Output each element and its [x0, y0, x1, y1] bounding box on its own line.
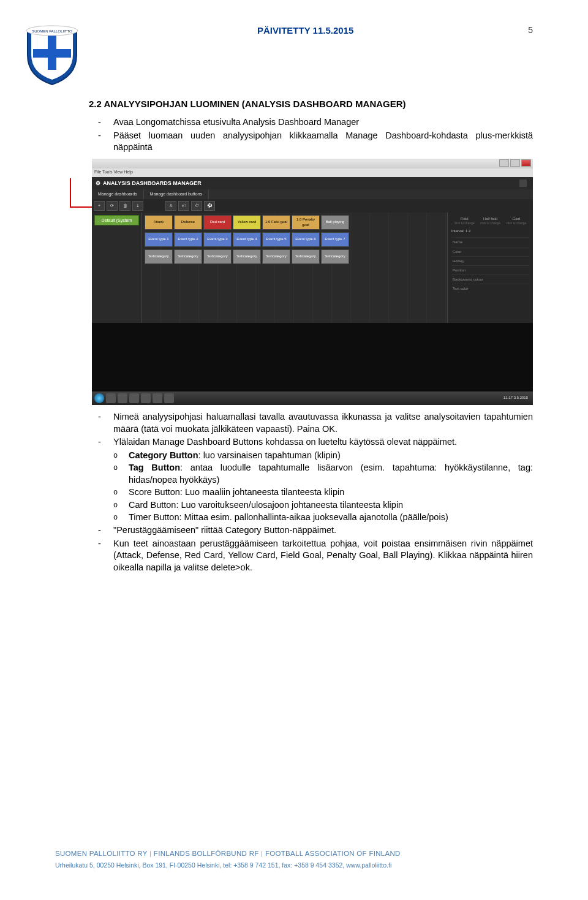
taskbar-clock[interactable]: 11:17 3.5.2015	[503, 395, 530, 400]
prop-item[interactable]: Name	[451, 237, 529, 246]
list-item: Nimeä analyysipohjasi haluamallasi taval…	[113, 411, 533, 435]
tool-button[interactable]: 🗑	[119, 201, 130, 211]
subcat-button[interactable]: Subcategory	[145, 249, 173, 264]
list-item: Timer Button: Mittaa esim. pallonhallint…	[129, 512, 533, 524]
subcat-button[interactable]: Subcategory	[292, 249, 320, 264]
prop-item[interactable]: Position	[451, 265, 529, 274]
close-icon[interactable]	[521, 159, 531, 167]
footer-org: SUOMEN PALLOLIITTO RY | FINLANDS BOLLFÖR…	[55, 849, 533, 859]
footer-contact: Urheilukatu 5, 00250 Helsinki, Box 191, …	[55, 861, 533, 869]
logo-text: SUOMEN PALLOLIITTO	[32, 29, 72, 33]
section-title: 2.2 ANALYYSIPOHJAN LUOMINEN (ANALYSIS DA…	[89, 98, 533, 110]
subcat-button[interactable]: Subcategory	[233, 249, 261, 264]
menu-bar[interactable]: File Tools View Help	[92, 168, 533, 177]
desktop-area: 11:17 3.5.2015	[92, 323, 533, 405]
tab-manage-buttons[interactable]: Manage dashboard buttons	[144, 189, 209, 199]
list-item: "Perustäggäämiseen" riittää Category But…	[113, 524, 533, 537]
panel-close-icon[interactable]	[519, 180, 527, 187]
sub-bullets: Category Button: luo varsinaisen tapahtu…	[129, 450, 533, 524]
adm-title-text: ANALYSIS DASHBOARDS MANAGER	[103, 180, 202, 187]
add-button[interactable]: +	[94, 201, 105, 211]
maximize-icon[interactable]	[510, 159, 520, 167]
page-header: SUOMEN PALLOLIITTO PÄIVITETTY 11.5.2015 …	[86, 25, 533, 98]
event-button[interactable]: Event type 2	[174, 232, 202, 247]
tab-manage-dashboards[interactable]: Manage dashboards	[92, 189, 144, 199]
event-button[interactable]: Event type 6	[292, 232, 320, 247]
tool-button[interactable]: ⤓	[132, 201, 143, 211]
subcat-button[interactable]: Subcategory	[174, 249, 202, 264]
event-button[interactable]: Defense	[174, 215, 202, 230]
dashboard-board: Default (System Attack Defense Red card …	[92, 213, 533, 323]
event-button[interactable]: 1:0 Penalty goal	[292, 215, 320, 230]
event-button[interactable]: Event type 4	[233, 232, 261, 247]
list-item: Score Button: Luo maaliin johtaneesta ti…	[129, 486, 533, 499]
subcat-button[interactable]: Subcategory	[262, 249, 290, 264]
prop-item[interactable]: Hotkey	[451, 256, 529, 265]
document-page: SUOMEN PALLOLIITTO PÄIVITETTY 11.5.2015 …	[0, 0, 588, 900]
list-item: Pääset luomaan uuden analyysipohjan klik…	[113, 130, 533, 154]
prop-label: Field	[454, 216, 475, 221]
tool-button[interactable]: A	[165, 201, 176, 211]
tool-button[interactable]: ⚽	[204, 201, 215, 211]
event-button[interactable]: Red card	[203, 215, 232, 230]
taskbar-icon[interactable]	[106, 393, 116, 403]
adm-title: ⚙ ANALYSIS DASHBOARDS MANAGER	[92, 177, 533, 189]
list-item: Kun teet ainoastaan perustäggäämiseen ta…	[113, 538, 533, 574]
event-button[interactable]: Attack	[145, 215, 173, 230]
page-number: 5	[528, 25, 533, 36]
taskbar: 11:17 3.5.2015	[92, 391, 533, 405]
event-button[interactable]: Event type 7	[321, 232, 349, 247]
event-button[interactable]: Event type 3	[203, 232, 232, 247]
window-titlebar	[92, 159, 533, 168]
svg-rect-1	[33, 49, 71, 58]
default-dashboard-button[interactable]: Default (System	[94, 215, 139, 225]
bottom-bullets: Nimeä analyysipohjasi haluamallasi taval…	[113, 411, 533, 573]
shield-icon: SUOMEN PALLOLIITTO	[24, 25, 80, 86]
taskbar-icon[interactable]	[129, 393, 139, 403]
interval-label: Interval: 1.2	[451, 229, 470, 233]
subcat-button[interactable]: Subcategory	[203, 249, 232, 264]
toolbar: + ⟳ 🗑 ⤓ A 🏷 ⏱ ⚽	[92, 199, 533, 213]
page-footer: SUOMEN PALLOLIITTO RY | FINLANDS BOLLFÖR…	[55, 849, 533, 869]
list-item: Card Button: Luo varoitukseen/ulosajoon …	[129, 499, 533, 512]
gear-icon: ⚙	[96, 180, 100, 187]
event-button[interactable]: Event type 1	[145, 232, 173, 247]
doc-date: PÄIVITETTY 11.5.2015	[257, 25, 353, 37]
taskbar-icon[interactable]	[164, 393, 174, 403]
top-bullets: Avaa Longomatchissa etusivulta Analysis …	[113, 116, 533, 154]
screenshot-figure: File Tools View Help ⚙ ANALYSIS DASHBOAR…	[74, 159, 533, 404]
prop-item[interactable]: Text color	[451, 284, 529, 293]
prop-label: Half field	[480, 216, 500, 221]
taskbar-icon[interactable]	[141, 393, 151, 403]
subcat-button[interactable]: Subcategory	[321, 249, 349, 264]
prop-item[interactable]: Background colour	[451, 274, 529, 284]
list-item: Avaa Longomatchissa etusivulta Analysis …	[113, 116, 533, 129]
event-button[interactable]: 1:0 Field goal	[262, 215, 290, 230]
tool-button[interactable]: 🏷	[178, 201, 189, 211]
org-logo: SUOMEN PALLOLIITTO	[24, 25, 80, 89]
list-item: Tag Button: antaa luodulle tapahtumalle …	[129, 462, 533, 486]
event-button[interactable]: Event type 5	[262, 232, 290, 247]
event-button[interactable]: Yellow card	[233, 215, 261, 230]
taskbar-icon[interactable]	[118, 393, 127, 403]
list-item: Ylälaidan Manage Dashboard Buttons kohda…	[113, 436, 533, 448]
button-grid: Attack Defense Red card Yellow card 1:0 …	[142, 213, 447, 323]
prop-item[interactable]: Color	[451, 247, 529, 256]
app-screenshot: File Tools View Help ⚙ ANALYSIS DASHBOAR…	[92, 159, 533, 404]
tool-button[interactable]: ⏱	[191, 201, 202, 211]
prop-label: Goal	[506, 216, 526, 221]
minimize-icon[interactable]	[499, 159, 509, 167]
adm-tabs: Manage dashboards Manage dashboard butto…	[92, 189, 533, 199]
taskbar-icon[interactable]	[153, 393, 162, 403]
start-icon[interactable]	[94, 393, 104, 403]
dashboard-list: Default (System	[92, 213, 142, 323]
list-item: Category Button: luo varsinaisen tapahtu…	[129, 450, 533, 462]
event-button[interactable]: Ball playing	[321, 215, 349, 230]
tool-button[interactable]: ⟳	[107, 201, 118, 211]
properties-panel: Fieldclick to change Half fieldclick to …	[447, 213, 533, 323]
